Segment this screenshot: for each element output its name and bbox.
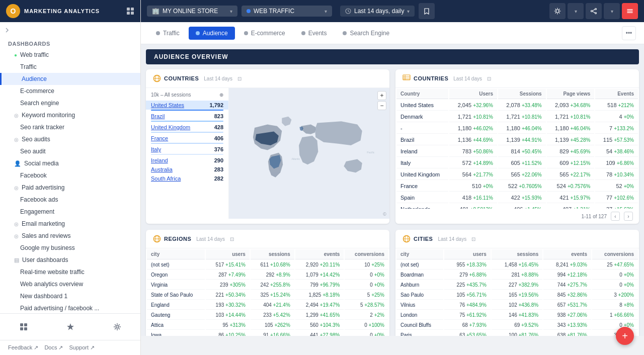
sidebar-item-realtime[interactable]: Real-time website traffic (0, 266, 140, 278)
city-users: 76 +484.9% (444, 301, 490, 310)
cities-subtitle: Last 14 days (438, 236, 466, 242)
city-events: 994 +12.18% (543, 271, 591, 280)
map-country-france[interactable]: France 406 (146, 134, 228, 143)
regions-copy-icon[interactable]: ⊡ (230, 236, 234, 242)
dashboard-selector[interactable]: WEB TRAFFIC (242, 6, 332, 17)
sidebar-item-seo-audit[interactable]: Seo audit (0, 145, 140, 157)
menu-button[interactable] (622, 3, 638, 19)
sidebar-item-webtraffic[interactable]: ● Web traffic (0, 49, 140, 61)
theme-icon (554, 8, 561, 15)
reg-events: 1,825 +8.18% (295, 291, 344, 300)
col-users: Users (449, 89, 497, 99)
sidebar-item-label: New dashboard 1 (20, 293, 67, 300)
sidebar-item-audience[interactable]: Audience (0, 73, 140, 85)
sales-icon: ◎ (14, 233, 19, 239)
sidebar-item-label: Paid advertising (22, 184, 64, 191)
tab-traffic[interactable]: Traffic (149, 27, 187, 40)
pageviews-val: 421 +15.97% (547, 193, 595, 203)
ct-copy-icon[interactable]: ⊡ (487, 76, 491, 81)
city-events: 657 +531.7% (543, 301, 591, 310)
map-country-us[interactable]: United States 1,792 (146, 101, 228, 110)
sidebar-item-ecommerce[interactable]: E-commerce (0, 85, 140, 97)
sidebar-item-user-dash[interactable]: ▤ User dashboards (0, 254, 140, 266)
sidebar-item-traffic[interactable]: Traffic (0, 61, 140, 73)
share-chevron-btn[interactable]: ▾ (604, 3, 620, 19)
city-name: (not set) (396, 260, 443, 270)
grid-icon[interactable] (126, 7, 134, 15)
svg-rect-4 (20, 323, 23, 326)
users-val: 564 +21.77% (449, 169, 497, 180)
sidebar-item-keyword[interactable]: ◎ Keyword monitoring (0, 109, 140, 121)
sidebar-item-fb-ads[interactable]: Facebook ads (0, 194, 140, 206)
sidebar-item-label: Traffic (20, 63, 37, 70)
map-country-italy[interactable]: Italy 376 (146, 145, 228, 154)
sidebar-item-facebook[interactable]: Facebook (0, 169, 140, 182)
cities-copy-icon[interactable]: ⊡ (471, 236, 475, 242)
chevron-down-btn[interactable]: ▾ (568, 3, 584, 19)
svg-rect-7 (24, 327, 27, 330)
tab-more-button[interactable]: ••• (622, 26, 636, 40)
cities-header: CITIES Last 14 days ⊡ (395, 230, 639, 248)
sidebar-item-label: Email marketing (22, 220, 65, 227)
share-button[interactable] (586, 3, 602, 19)
map-country-sa[interactable]: South Africa 282 (146, 174, 228, 183)
map-country-australia[interactable]: Australia 283 (146, 165, 228, 174)
svg-rect-0 (127, 8, 130, 11)
sidebar-item-web-overview[interactable]: Web analytics overview (0, 278, 140, 290)
table-row: Virginia 239 +305% 242 +255.8% 799 +96.7… (147, 281, 388, 290)
regions-title: REGIONS (164, 236, 191, 242)
sidebar-item-search-engine[interactable]: Search engine (0, 97, 140, 109)
feedback-link[interactable]: Feedback ↗ (8, 344, 38, 351)
support-link[interactable]: Support ↗ (69, 344, 95, 351)
tab-search-engine[interactable]: Search Engine (336, 27, 396, 40)
table-row: Gauteng 103 +14.44% 233 +5.42% 1,299 +41… (147, 311, 388, 320)
sidebar-item-sales[interactable]: ◎ Sales and reviews (0, 230, 140, 242)
fab-button[interactable]: + (616, 327, 634, 345)
sidebar-item-google-biz[interactable]: Google my business (0, 242, 140, 254)
map-country-brazil[interactable]: Brazil 823 (146, 112, 228, 121)
events-val: 52 +0% (595, 181, 638, 192)
tab-ecommerce[interactable]: E-commerce (237, 27, 292, 40)
map-country-ireland[interactable]: Ireland 290 (146, 156, 228, 165)
reg-sessions: 404 +21.4% (251, 301, 294, 310)
map-country-uk[interactable]: United Kingdom 428 (146, 123, 228, 132)
sidebar-item-seo-audits[interactable]: ◎ Seo audits (0, 133, 140, 145)
sessions-val: 522 +0.7605% (498, 181, 546, 192)
reg-conv: 0 +100% (345, 321, 388, 330)
store-name: MY ONLINE STORE (163, 8, 218, 15)
sidebar-item-new-dash[interactable]: New dashboard 1 (0, 290, 140, 302)
col-events: Events (595, 89, 638, 99)
sessions-val: 814 +50.45% (498, 146, 546, 157)
sidebar-item-engagement[interactable]: Engagement (0, 206, 140, 218)
tab-events[interactable]: Events (294, 27, 334, 40)
zoom-in-button[interactable]: + (377, 91, 386, 100)
sidebar-item-seo-rank[interactable]: Seo rank tracker (0, 121, 140, 133)
tab-audience[interactable]: Audience (189, 27, 235, 40)
sidebar-item-paid-ads[interactable]: ◎ Paid advertising (0, 182, 140, 194)
reg-col-conv: conversions (345, 249, 388, 259)
zoom-out-button[interactable]: − (377, 101, 386, 110)
countries-prev-btn[interactable]: ‹ (611, 212, 620, 221)
theme-button[interactable] (549, 3, 566, 19)
store-selector[interactable]: 🏢 MY ONLINE STORE (147, 6, 237, 17)
countries-next-btn[interactable]: › (624, 212, 633, 221)
bottom-icon-settings[interactable] (106, 316, 128, 338)
cities-card: CITIES Last 14 days ⊡ city users session… (395, 230, 639, 336)
plus-icon[interactable]: ⊕ (219, 92, 223, 98)
reg-events: 1,079 +14.42% (295, 271, 344, 280)
countries-map-card: COUNTRIES Last 14 days ⊡ 10k – All sessi… (146, 69, 389, 224)
bottom-icon-star[interactable] (59, 316, 82, 338)
sidebar-item-email[interactable]: ◎ Email marketing (0, 218, 140, 230)
users-val: 783 +50.86% (449, 146, 497, 157)
time-selector[interactable]: Last 14 days, daily (340, 6, 415, 17)
bookmark-button[interactable] (419, 3, 435, 19)
sidebar-item-paid-fb[interactable]: Paid advertising / facebook ... (0, 302, 140, 313)
user-dash-icon: ▤ (14, 257, 19, 263)
map-copy-icon[interactable]: ⊡ (237, 76, 242, 81)
table-row: United States 2,045 +32.96% 2,078 +33.48… (396, 100, 638, 111)
collapse-icon[interactable] (4, 27, 10, 33)
sidebar-item-social[interactable]: 👤 Social media (0, 157, 140, 169)
docs-link[interactable]: Docs ↗ (44, 344, 63, 351)
bottom-icon-grid[interactable] (13, 316, 35, 338)
city-users: 955 +18.33% (444, 260, 490, 270)
